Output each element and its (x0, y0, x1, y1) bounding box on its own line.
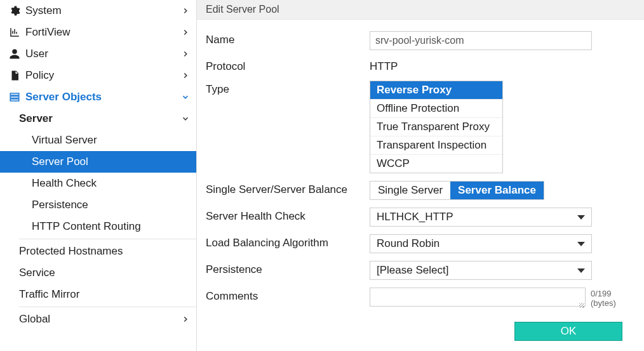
page-title: Edit Server Pool (197, 0, 644, 20)
nav-label: Persistence (32, 199, 190, 211)
svg-rect-0 (10, 93, 19, 95)
sidebar-item-fortiview[interactable]: FortiView (0, 22, 196, 43)
comments-input[interactable] (370, 288, 586, 307)
form-footer: OK (206, 322, 635, 341)
label-comments: Comments (206, 288, 370, 303)
nav-divider (19, 239, 196, 239)
label-balance: Single Server/Server Balance (206, 181, 370, 196)
sidebar-item-http-content-routing[interactable]: HTTP Content Routing (0, 216, 196, 237)
chart-icon (8, 27, 22, 38)
caret-down-icon (577, 215, 585, 220)
persistence-select[interactable]: [Please Select] (370, 261, 592, 280)
balance-segmented: Single Server Server Balance (370, 181, 544, 200)
svg-rect-2 (10, 99, 19, 101)
nav-label: HTTP Content Routing (32, 220, 190, 233)
server-stack-icon (8, 91, 22, 103)
type-option-offline-protection[interactable]: Offline Protection (370, 100, 502, 118)
content-pane: Edit Server Pool Name Protocol HTTP Type… (197, 0, 644, 351)
chevron-right-icon (181, 71, 190, 80)
nav-label: Server Pool (32, 156, 190, 168)
sidebar-item-server[interactable]: Server (0, 108, 196, 129)
label-protocol: Protocol (206, 58, 370, 73)
nav-label: FortiView (25, 26, 181, 39)
sidebar-item-server-objects[interactable]: Server Objects (0, 86, 196, 108)
row-algorithm: Load Balancing Algorithm Round Robin (206, 234, 635, 253)
label-algorithm: Load Balancing Algorithm (206, 234, 370, 249)
type-list: Reverse Proxy Offline Protection True Tr… (370, 81, 503, 173)
chevron-right-icon (181, 315, 190, 324)
healthcheck-select[interactable]: HLTHCK_HTTP (370, 208, 592, 227)
chevron-down-icon (181, 114, 190, 123)
sidebar-item-protected-hostnames[interactable]: Protected Hostnames (0, 241, 196, 262)
row-protocol: Protocol HTTP (206, 58, 635, 73)
seg-server-balance[interactable]: Server Balance (450, 182, 544, 199)
label-persistence: Persistence (206, 261, 370, 276)
caret-down-icon (577, 268, 585, 273)
sidebar-item-global[interactable]: Global (0, 308, 196, 330)
row-name: Name (206, 31, 635, 50)
chevron-right-icon (181, 6, 190, 15)
sidebar-item-health-check[interactable]: Health Check (0, 173, 196, 194)
svg-rect-1 (10, 96, 19, 98)
row-comments: Comments 0/199 (bytes) (206, 288, 635, 309)
sidebar-item-virtual-server[interactable]: Virtual Server (0, 129, 196, 151)
row-balance: Single Server/Server Balance Single Serv… (206, 181, 635, 200)
nav-label: Protected Hostnames (19, 245, 190, 258)
chevron-down-icon (181, 93, 190, 102)
type-option-true-transparent-proxy[interactable]: True Transparent Proxy (370, 118, 502, 136)
comments-byte-hint: 0/199 (bytes) (591, 289, 635, 308)
ok-button[interactable]: OK (514, 322, 622, 341)
row-type: Type Reverse Proxy Offline Protection Tr… (206, 81, 635, 173)
protocol-value: HTTP (370, 58, 635, 73)
nav-label: Global (19, 313, 181, 326)
nav-label: Server Objects (25, 91, 181, 103)
document-icon (8, 70, 22, 81)
select-value: Round Robin (377, 237, 439, 250)
sidebar-item-server-pool[interactable]: Server Pool (0, 151, 196, 173)
app-layout: System FortiView User (0, 0, 644, 351)
gear-icon (8, 5, 22, 17)
row-healthcheck: Server Health Check HLTHCK_HTTP (206, 208, 635, 227)
algorithm-select[interactable]: Round Robin (370, 234, 592, 253)
user-icon (8, 48, 22, 60)
sidebar-item-traffic-mirror[interactable]: Traffic Mirror (0, 284, 196, 305)
nav-label: Traffic Mirror (19, 288, 190, 301)
sidebar-item-user[interactable]: User (0, 43, 196, 65)
label-type: Type (206, 81, 370, 96)
select-value: HLTHCK_HTTP (377, 211, 453, 223)
type-option-transparent-inspection[interactable]: Transparent Inspection (370, 136, 502, 155)
label-name: Name (206, 31, 370, 46)
label-healthcheck: Server Health Check (206, 208, 370, 223)
seg-single-server[interactable]: Single Server (370, 182, 450, 199)
nav-label: Health Check (32, 177, 190, 190)
nav-label: Policy (25, 69, 181, 82)
comments-wrapper (370, 288, 586, 309)
sidebar-item-system[interactable]: System (0, 0, 196, 22)
sidebar-item-policy[interactable]: Policy (0, 65, 196, 86)
nav-label: System (25, 4, 181, 17)
select-value: [Please Select] (377, 264, 448, 277)
caret-down-icon (577, 242, 585, 246)
form-area: Name Protocol HTTP Type Reverse Proxy Of… (197, 20, 644, 347)
nav-label: User (25, 48, 181, 60)
nav-label: Server (19, 112, 181, 125)
nav-divider (19, 307, 196, 307)
chevron-right-icon (181, 50, 190, 58)
type-option-reverse-proxy[interactable]: Reverse Proxy (370, 81, 502, 100)
sidebar-item-persistence[interactable]: Persistence (0, 194, 196, 216)
nav-label: Service (19, 267, 190, 279)
sidebar: System FortiView User (0, 0, 197, 351)
name-input[interactable] (370, 31, 592, 50)
row-persistence: Persistence [Please Select] (206, 261, 635, 280)
type-option-wccp[interactable]: WCCP (370, 155, 502, 173)
nav-label: Virtual Server (32, 134, 190, 147)
chevron-right-icon (181, 28, 190, 37)
sidebar-item-service[interactable]: Service (0, 262, 196, 284)
